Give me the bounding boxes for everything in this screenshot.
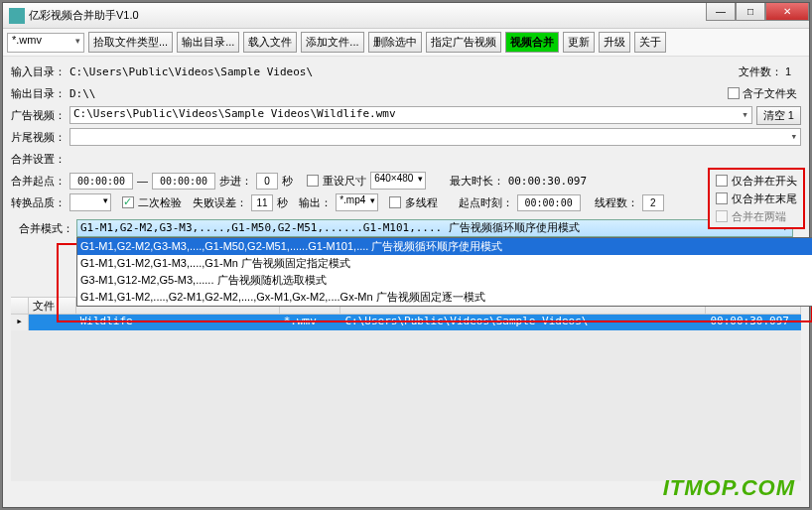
merge-position-group: 仅合并在开头 仅合并在末尾 合并在两端 [708,168,805,229]
mode-option-2[interactable]: G3-M1,G12-M2,G5-M3,...... 广告视频随机选取模式 [77,272,812,289]
both-ends-label: 合并在两端 [732,209,786,224]
minimize-button[interactable]: — [706,3,736,21]
multithread-label: 多线程 [405,195,438,210]
input-dir-label: 输入目录： [11,64,66,79]
tail-video-label: 片尾视频： [11,130,66,145]
mode-option-0[interactable]: G1-M1,G2-M2,G3-M3,....,G1-M50,G2-M51,...… [77,238,812,255]
merge-mode-select[interactable]: G1-M1,G2-M2,G3-M3,....,G1-M50,G2-M51,...… [76,219,793,237]
merge-video-button[interactable]: 视频合并 [505,32,559,53]
resize-select[interactable]: 640×480 [370,172,426,190]
output-dir-label: 输出目录： [11,86,66,101]
start-time-label: 起点时刻： [459,195,513,210]
mode-option-1[interactable]: G1-M1,G1-M2,G1-M3,....,G1-Mn 广告视频固定指定模式 [77,255,812,272]
step-input[interactable] [256,173,278,190]
file-count-value: 1 [785,65,791,77]
about-button[interactable]: 关于 [634,32,666,53]
tail-video-input[interactable] [69,128,801,146]
merge-start-input-2[interactable] [152,173,215,190]
sec-label-1: 秒 [282,174,293,189]
mode-option-3[interactable]: G1-M1,G1-M2,....,G2-M1,G2-M2,....,Gx-M1,… [77,289,812,306]
quality-select[interactable] [69,193,111,211]
app-icon [9,8,25,24]
ad-video-label: 广告视频： [11,108,66,123]
subfolder-checkbox[interactable] [728,87,740,99]
set-ad-video-button[interactable]: 指定广告视频 [426,32,501,53]
sec-label-2: 秒 [277,195,288,210]
merge-mode-label: 合并模式： [19,221,73,236]
delete-selected-button[interactable]: 删除选中 [368,32,422,53]
threads-label: 线程数： [595,195,638,210]
recheck-checkbox[interactable] [122,196,134,208]
maximize-button[interactable]: □ [736,3,765,21]
row-indicator-icon: ▸ [11,315,29,330]
load-file-button[interactable]: 载入文件 [243,32,297,53]
fail-tol-input[interactable] [251,194,273,211]
merge-start-label: 合并起点： [11,174,66,189]
only-head-label: 仅合并在开头 [732,174,797,189]
output-dir-button[interactable]: 输出目录... [177,32,239,53]
merge-start-input-1[interactable] [69,173,133,190]
file-filter-select[interactable]: *.wmv [7,33,84,53]
add-file-button[interactable]: 添加文件... [301,32,363,53]
fail-tol-label: 失败误差： [193,195,247,210]
step-label: 步进： [219,174,252,189]
input-dir-value: C:\Users\Public\Videos\Sample Videos\ [69,65,313,78]
subfolder-label: 含子文件夹 [743,86,797,101]
file-count-label: 文件数： [739,65,782,77]
toolbar: *.wmv 拾取文件类型... 输出目录... 载入文件 添加文件... 删除选… [3,29,809,57]
titlebar: 亿彩视频合并助手V1.0 — □ ✕ [3,3,809,29]
multithread-checkbox[interactable] [389,196,401,208]
output-format-select[interactable]: *.mp4 [336,193,378,211]
only-tail-label: 仅合并在末尾 [732,191,797,206]
window-title: 亿彩视频合并助手V1.0 [29,8,139,23]
trans-quality-label: 转换品质： [11,195,66,210]
threads-input[interactable] [642,194,664,211]
update-button[interactable]: 更新 [563,32,595,53]
resize-label: 重设尺寸 [323,174,366,189]
max-duration-label: 最大时长： [450,174,504,189]
only-head-checkbox[interactable] [716,175,728,187]
grid-body: ▸ Wildlife *.wmv C:\Users\Public\Videos\… [11,315,801,481]
merge-mode-dropdown: G1-M1,G2-M2,G3-M3,....,G1-M50,G2-M51,...… [76,237,812,307]
only-tail-checkbox[interactable] [716,192,728,204]
output-dir-value: D:\\ [69,87,96,100]
start-time-input[interactable] [517,194,581,211]
dash-label: — [137,175,148,187]
close-button[interactable]: ✕ [765,3,809,21]
recheck-label: 二次检验 [138,195,182,210]
watermark: ITMOP.COM [663,475,795,501]
clear-ad-button[interactable]: 清空 1 [756,106,801,125]
max-duration-value: 00:00:30.097 [508,175,587,188]
pick-type-button[interactable]: 拾取文件类型... [88,32,173,53]
resize-checkbox[interactable] [307,175,319,187]
both-ends-checkbox[interactable] [716,210,728,222]
upgrade-button[interactable]: 升级 [599,32,630,53]
output-label: 输出： [299,195,332,210]
merge-settings-label: 合并设置： [11,152,66,167]
ad-video-input[interactable]: C:\Users\Public\Videos\Sample Videos\Wil… [69,106,752,124]
